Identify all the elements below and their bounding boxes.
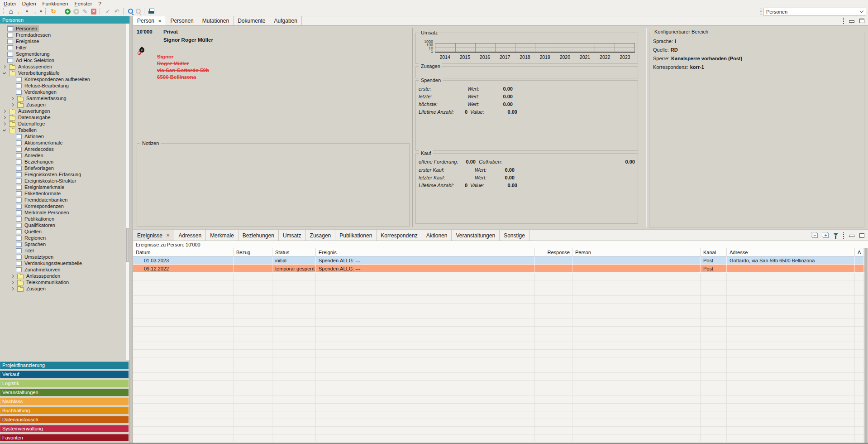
tree-item-fremddatenbanken[interactable]: Fremddatenbanken bbox=[0, 197, 126, 203]
minimize-panel-icon[interactable] bbox=[849, 20, 854, 23]
chevron-right-icon[interactable] bbox=[11, 280, 14, 284]
table-row-empty[interactable] bbox=[133, 427, 864, 434]
tab-korrespondenz[interactable]: Korrespondenz bbox=[377, 230, 422, 241]
tree-item-sammelerfassung[interactable]: Sammelerfassung bbox=[0, 95, 126, 101]
tree-item-ereigniskosten-struktur[interactable]: Ereigniskosten-Struktur bbox=[0, 178, 126, 184]
column-header-status[interactable]: Status bbox=[272, 248, 316, 256]
tree-item-korrespondenzen-aufbereiten[interactable]: Korrespondenzen aufbereiten bbox=[0, 76, 126, 82]
forward-icon[interactable] bbox=[30, 8, 38, 15]
tree-item-datenpflege[interactable]: Datenpflege bbox=[0, 121, 126, 127]
back-icon[interactable] bbox=[16, 8, 24, 15]
tree-item-datenausgabe[interactable]: Datenausgabe bbox=[0, 114, 126, 121]
chevron-right-icon[interactable] bbox=[3, 65, 6, 68]
table-row-empty[interactable] bbox=[133, 388, 864, 396]
tree-item-ereigniskosten-erfassung[interactable]: Ereigniskosten-Erfassung bbox=[0, 171, 126, 178]
table-row-empty[interactable] bbox=[133, 342, 864, 350]
tab-person[interactable]: Person✕ bbox=[133, 16, 166, 25]
add-icon[interactable] bbox=[65, 9, 71, 14]
toolbar-grip[interactable] bbox=[3, 8, 4, 14]
forward-dropdown-icon[interactable] bbox=[39, 8, 43, 15]
table-row-empty[interactable] bbox=[133, 304, 864, 311]
delete-icon[interactable] bbox=[91, 9, 96, 14]
print-icon[interactable] bbox=[148, 8, 155, 14]
close-icon[interactable]: ✕ bbox=[166, 233, 170, 238]
tree-item-merkmale-personen[interactable]: Merkmale Personen bbox=[0, 209, 126, 216]
maximize-panel-icon[interactable] bbox=[859, 19, 864, 23]
sidebar-section-veranstaltungen[interactable]: Veranstaltungen bbox=[0, 389, 129, 396]
table-row[interactable]: 09.12.2022temporär gesperrtSpenden.ALLG:… bbox=[133, 265, 864, 273]
tree-item-titel[interactable]: Titel bbox=[0, 247, 126, 254]
chevron-right-icon[interactable] bbox=[3, 116, 6, 119]
tree-item-beziehungen[interactable]: Beziehungen bbox=[0, 159, 126, 165]
tab-ereignisse[interactable]: Ereignisse✕ bbox=[133, 230, 174, 241]
table-row[interactable]: 01.03.2023initialSpenden.ALLG: ---PostGo… bbox=[133, 256, 864, 265]
table-row-empty[interactable] bbox=[133, 357, 864, 365]
search-icon[interactable] bbox=[127, 8, 134, 15]
sidebar-section-buchhaltung[interactable]: Buchhaltung bbox=[0, 407, 129, 414]
tab-umsatz[interactable]: Umsatz bbox=[279, 230, 306, 241]
table-row-empty[interactable] bbox=[133, 280, 864, 288]
tab-merkmale[interactable]: Merkmale bbox=[206, 230, 238, 241]
column-header-ereignis[interactable]: Ereignis bbox=[316, 248, 535, 256]
tree-item-personen[interactable]: Personen bbox=[0, 25, 126, 32]
tab-mutationen[interactable]: Mutationen bbox=[198, 16, 234, 25]
tree-item-ereignismerkmale[interactable]: Ereignismerkmale bbox=[0, 184, 126, 190]
chevron-down-icon[interactable] bbox=[3, 71, 6, 74]
table-row-empty[interactable] bbox=[133, 288, 864, 296]
module-select[interactable]: Personen bbox=[763, 8, 866, 15]
tree-item-filter[interactable]: Filter bbox=[0, 44, 126, 51]
table-row-empty[interactable] bbox=[133, 334, 864, 342]
tree-item-ad-hoc-selektion[interactable]: Ad-Hoc Selektion bbox=[0, 57, 126, 63]
chevron-right-icon[interactable] bbox=[11, 103, 14, 106]
tab-veranstaltungen[interactable]: Veranstaltungen bbox=[452, 230, 500, 241]
column-header-bezug[interactable]: Bezug bbox=[234, 248, 272, 256]
menu-daten[interactable]: Daten bbox=[21, 1, 40, 6]
search-disabled-icon[interactable] bbox=[135, 8, 142, 15]
tab-beziehungen[interactable]: Beziehungen bbox=[238, 230, 279, 241]
tree-item-sprachen[interactable]: Sprachen bbox=[0, 241, 126, 247]
close-icon[interactable]: ✕ bbox=[158, 19, 162, 24]
tree-item-korrespondenzen[interactable]: Korrespondenzen bbox=[0, 203, 126, 209]
tab-aufgaben[interactable]: Aufgaben bbox=[270, 16, 302, 25]
tree-item-verarbeitungsl-ufe[interactable]: Verarbeitungsläufe bbox=[0, 70, 126, 76]
chevron-right-icon[interactable] bbox=[3, 109, 6, 112]
tree-item-zusagen[interactable]: Zusagen bbox=[0, 285, 126, 292]
combo-grip[interactable] bbox=[760, 9, 762, 15]
tree-item-zusagen[interactable]: Zusagen bbox=[0, 101, 126, 108]
column-header-kanal[interactable]: Kanal bbox=[701, 248, 727, 256]
minimize-panel-icon[interactable] bbox=[849, 235, 854, 237]
table-row-empty[interactable] bbox=[133, 419, 864, 427]
tree-item-refus-bearbeitung[interactable]: Refusé-Bearbeitung bbox=[0, 82, 126, 89]
tree-item-segmentierung[interactable]: Segmentierung bbox=[0, 51, 126, 57]
table-row-empty[interactable] bbox=[133, 311, 864, 319]
filter-icon[interactable] bbox=[834, 233, 838, 236]
sidebar-section-systemverwaltung[interactable]: Systemverwaltung bbox=[0, 425, 129, 432]
tree-item-zunahmekurven[interactable]: Zunahmekurven bbox=[0, 266, 126, 273]
tree-item-publikationen[interactable]: Publikationen bbox=[0, 216, 126, 222]
menu-funktionen[interactable]: Funktionen bbox=[42, 1, 72, 6]
expand-rows-icon[interactable] bbox=[823, 233, 829, 238]
sidebar-section-verkauf[interactable]: Verkauf bbox=[0, 371, 129, 378]
tree-item-umsatztypen[interactable]: Umsatztypen bbox=[0, 254, 126, 260]
tree-item-auswertungen[interactable]: Auswertungen bbox=[0, 108, 126, 114]
sidebar-section-nachlass[interactable]: Nachlass bbox=[0, 398, 129, 405]
tree-item-aktionen[interactable]: Aktionen bbox=[0, 133, 126, 140]
table-row-empty[interactable] bbox=[133, 381, 864, 388]
tree-item-ereignisse[interactable]: Ereignisse bbox=[0, 38, 126, 44]
tree-item-aktionsmerkmale[interactable]: Aktionsmerkmale bbox=[0, 140, 126, 146]
tree-item-anredecodes[interactable]: Anredecodes bbox=[0, 146, 126, 152]
tab-publikationen[interactable]: Publikationen bbox=[335, 230, 377, 241]
table-row-empty[interactable] bbox=[133, 396, 864, 404]
undo-icon[interactable] bbox=[113, 8, 121, 15]
refresh-icon[interactable] bbox=[49, 8, 57, 15]
tree-scrollbar[interactable] bbox=[126, 24, 129, 360]
home-icon[interactable] bbox=[7, 8, 15, 15]
tree-item-qualifikatoren[interactable]: Qualifikatoren bbox=[0, 222, 126, 228]
table-row-empty[interactable] bbox=[133, 296, 864, 304]
events-table-scrollbar[interactable] bbox=[864, 248, 868, 443]
column-header-a[interactable]: A bbox=[855, 248, 863, 256]
sidebar-section-datenaustausch[interactable]: Datenaustausch bbox=[0, 416, 129, 423]
tree-item-quellen[interactable]: Quellen bbox=[0, 228, 126, 235]
notes-groupbox[interactable]: Notizen bbox=[137, 143, 410, 227]
chevron-right-icon[interactable] bbox=[11, 287, 14, 290]
